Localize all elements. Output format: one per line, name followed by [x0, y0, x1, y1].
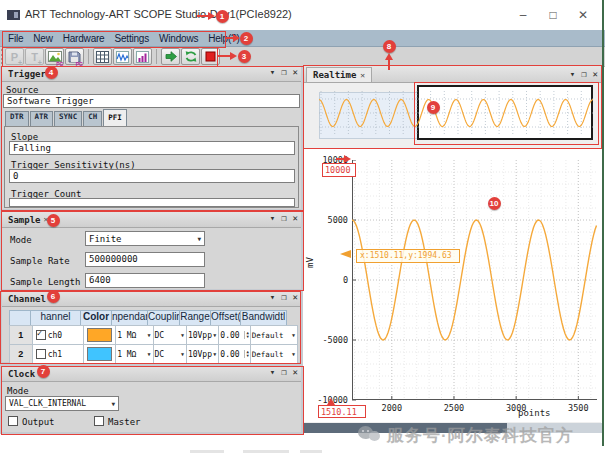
sensitivity-input[interactable]: 0: [9, 169, 295, 183]
bandwidth-select[interactable]: Default▼: [250, 325, 298, 345]
continuous-run-button[interactable]: [181, 48, 200, 65]
close-button[interactable]: ✕: [570, 6, 596, 24]
channel-checkbox[interactable]: [36, 349, 46, 359]
tab-close-icon[interactable]: ✕: [360, 71, 365, 80]
channel-enable-cell[interactable]: ✓ch0: [32, 325, 84, 345]
sample-rate-input[interactable]: 500000000: [85, 252, 205, 267]
grid-view-button[interactable]: [93, 48, 112, 65]
spinner-arrows-icon[interactable]: ▲▼: [244, 350, 248, 358]
panel-close-icon[interactable]: ✕: [293, 292, 298, 302]
channel-name: ch1: [48, 350, 62, 359]
panel-close-icon[interactable]: ✕: [593, 69, 598, 79]
output-checkbox[interactable]: [8, 416, 18, 426]
tab-close-icon[interactable]: ✕: [44, 215, 49, 224]
tab-close-icon[interactable]: ✕: [49, 294, 54, 303]
panel-tab-trigger[interactable]: Trigger ✕: [5, 67, 57, 80]
channel-checkbox[interactable]: ✓: [36, 330, 46, 340]
panel-menu-icon[interactable]: ▾: [570, 69, 575, 79]
spinner-arrows-icon[interactable]: ▲▼: [244, 331, 248, 339]
menu-item-hardware[interactable]: Hardware: [58, 33, 110, 44]
save-record-button[interactable]: PG: [65, 48, 84, 65]
save-image-button[interactable]: PG: [45, 48, 64, 65]
value: 0.00: [220, 350, 239, 359]
color-cell[interactable]: [83, 325, 116, 345]
trigger-count-input[interactable]: [9, 198, 295, 207]
t-plus-icon: T+: [31, 51, 38, 63]
trigger-tab-dtr[interactable]: DTR: [5, 111, 29, 127]
menu-item-new[interactable]: New: [28, 33, 57, 44]
range-select[interactable]: 10Vpp▼: [186, 325, 219, 345]
panel-menu-icon[interactable]: ▾: [270, 367, 275, 377]
panel-title: Realtime: [313, 70, 356, 80]
master-checkbox[interactable]: [94, 416, 104, 426]
menu-item-help[interactable]: Help(?): [203, 33, 244, 44]
panel-tab-channel[interactable]: Channel ✕: [5, 292, 57, 305]
menu-item-settings[interactable]: Settings: [109, 33, 154, 44]
sample-mode-select[interactable]: Finite ▼: [85, 231, 205, 246]
start-button[interactable]: [161, 48, 180, 65]
impedance-select[interactable]: 1 MΩ▼: [115, 344, 153, 364]
panel-tab-realtime[interactable]: Realtime ✕: [306, 67, 372, 82]
menu-item-file[interactable]: File: [3, 33, 28, 44]
row-header: 1: [9, 325, 33, 345]
maximize-button[interactable]: □: [540, 6, 566, 24]
panel-menu-icon[interactable]: ▾: [270, 67, 275, 77]
coupling-select[interactable]: DC▼: [153, 325, 187, 345]
panel-close-icon[interactable]: ✕: [293, 67, 298, 77]
panel-float-icon[interactable]: ❐: [281, 292, 286, 302]
slope-select[interactable]: Falling: [9, 141, 295, 155]
panel-tab-sample[interactable]: Sample ✕: [5, 213, 51, 226]
floppy-icon: PG: [68, 51, 81, 63]
impedance-select[interactable]: 1 MΩ▼: [115, 325, 153, 345]
add-p-button[interactable]: P+: [5, 48, 24, 65]
title-bar: ART Technology-ART SCOPE Studio-Dev1(PCI…: [0, 0, 605, 31]
clock-mode-select[interactable]: VAL_CLK_INTERNAL ▼: [5, 396, 119, 411]
offset-spinner[interactable]: 0.00▲▼: [218, 325, 250, 345]
channel-table: hannelColornpendancCouplingRangeOffset(m…: [10, 310, 298, 364]
panel-close-icon[interactable]: ✕: [293, 367, 298, 377]
bandwidth-select[interactable]: Default▼: [250, 344, 298, 364]
waveform-view-button[interactable]: [113, 48, 132, 65]
x-tick-label: 3500: [562, 403, 594, 413]
sample-length-input[interactable]: 6400: [85, 273, 205, 288]
panel-float-icon[interactable]: ❐: [281, 67, 286, 77]
chevron-down-icon: ▼: [181, 351, 185, 357]
toolbar-separator: [156, 49, 157, 64]
add-t-button[interactable]: T+: [25, 48, 44, 65]
sample-panel-header: Sample ✕ ▾ ❐ ✕: [2, 212, 301, 228]
range-select[interactable]: 10Vpp▼: [186, 344, 219, 364]
start-arrow-icon: [164, 50, 178, 63]
panel-float-icon[interactable]: ❐: [281, 367, 286, 377]
panel-title: Clock: [8, 369, 35, 379]
panel-tab-clock[interactable]: Clock ✕: [5, 367, 46, 380]
channel-enable-cell[interactable]: ch1: [32, 344, 84, 364]
trigger-tab-ch[interactable]: CH: [83, 111, 102, 127]
minimize-button[interactable]: –: [510, 6, 536, 24]
stop-button[interactable]: [201, 48, 220, 65]
app-icon: [7, 10, 20, 20]
panel-close-icon[interactable]: ✕: [293, 213, 298, 223]
chevron-down-icon: ▼: [213, 351, 217, 357]
x-cursor-readout: 1510.11: [318, 405, 366, 418]
column-header: npendanc: [111, 310, 148, 326]
trigger-tab-pfi[interactable]: PFI: [103, 109, 127, 127]
spectrum-view-button[interactable]: [133, 48, 152, 65]
toolbar-buttons: P+T+PGPG: [5, 47, 220, 66]
tab-close-icon[interactable]: ✕: [49, 69, 54, 78]
tab-close-icon[interactable]: ✕: [38, 369, 43, 378]
panel-menu-icon[interactable]: ▾: [270, 213, 275, 223]
panel-menu-icon[interactable]: ▾: [270, 292, 275, 302]
value: Default: [252, 350, 284, 359]
panel-float-icon[interactable]: ❐: [281, 213, 286, 223]
color-cell[interactable]: [83, 344, 116, 364]
panel-float-icon[interactable]: ❐: [581, 69, 586, 79]
color-swatch[interactable]: [87, 347, 112, 361]
trigger-source-select[interactable]: Software Trigger: [3, 94, 300, 108]
color-swatch[interactable]: [87, 328, 112, 342]
coupling-select[interactable]: DC▼: [153, 344, 187, 364]
offset-spinner[interactable]: 0.00▲▼: [218, 344, 250, 364]
menu-item-windows[interactable]: Windows: [154, 33, 203, 44]
trigger-tab-sync[interactable]: SYNC: [54, 111, 82, 127]
value: Default: [252, 331, 284, 340]
trigger-tab-atr[interactable]: ATR: [30, 111, 54, 127]
